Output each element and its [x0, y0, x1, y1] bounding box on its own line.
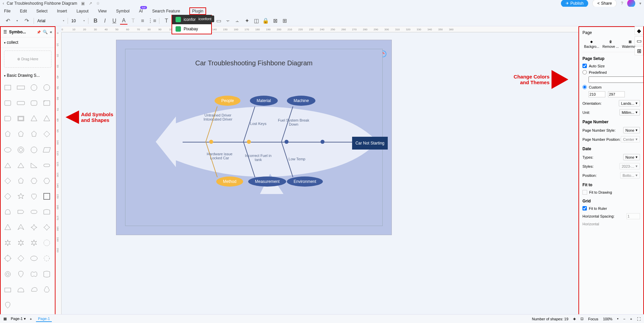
shape-22[interactable]	[28, 160, 40, 171]
cause-environment[interactable]: Low Temp	[280, 157, 314, 161]
search-icon[interactable]: 🔍	[43, 30, 48, 34]
predefined-radio[interactable]	[582, 70, 587, 74]
collapse-icon[interactable]: «	[50, 30, 52, 34]
shape-20[interactable]	[2, 160, 13, 171]
shape-11[interactable]	[41, 113, 52, 124]
shape-52[interactable]	[2, 284, 13, 295]
auto-size-checkbox[interactable]	[582, 64, 587, 68]
size-select[interactable]	[71, 19, 81, 23]
shape-28[interactable]	[2, 191, 13, 202]
shape-8[interactable]	[2, 113, 13, 124]
cause-measurement[interactable]: Incorrect Fuel in tank	[241, 154, 275, 162]
shape-37[interactable]	[15, 222, 27, 233]
shape-32[interactable]	[2, 206, 13, 218]
shape-44[interactable]	[2, 253, 13, 264]
shape-48[interactable]	[2, 268, 13, 280]
side-tab-2[interactable]: ▭	[635, 36, 643, 45]
side-tab-3[interactable]: ⊞	[635, 46, 643, 55]
menu-symbol[interactable]: Symbol	[116, 9, 129, 13]
shape-16[interactable]	[2, 144, 13, 156]
text-tool-icon[interactable]: T	[163, 17, 170, 25]
auto-size-row[interactable]: Auto Size	[582, 64, 640, 68]
menu-insert[interactable]: Insert	[57, 9, 67, 13]
clear-format-icon[interactable]: T	[129, 17, 137, 25]
shape-13[interactable]	[15, 128, 27, 140]
category-people[interactable]: People	[215, 96, 240, 106]
undo-dropdown-icon[interactable]: ▾	[13, 17, 21, 25]
shape-12[interactable]	[2, 128, 13, 140]
shape-31[interactable]	[41, 191, 52, 202]
shape-17[interactable]	[15, 144, 27, 156]
shape-23[interactable]	[41, 160, 52, 171]
shape-19[interactable]	[41, 144, 52, 156]
shape-7[interactable]	[41, 97, 52, 109]
shape-56[interactable]	[2, 299, 13, 311]
shape-41[interactable]	[15, 237, 27, 249]
align-center-icon[interactable]: ⫠	[234, 17, 241, 25]
canvas-area[interactable]: 0102030405060708090100110120130140150160…	[55, 26, 578, 316]
cause-material[interactable]: Lost Keys	[241, 122, 275, 126]
align-icon[interactable]: ≡	[139, 17, 146, 25]
shape-18[interactable]	[28, 144, 40, 156]
shape-15[interactable]	[41, 128, 52, 140]
plugin-item-pixabay[interactable]: Pixabay	[172, 24, 211, 34]
canvas-page[interactable]: Car Troubleshooting Fishbone Diagram	[116, 40, 392, 235]
menu-file[interactable]: File	[4, 9, 10, 13]
avatar[interactable]	[627, 0, 635, 7]
shape-49[interactable]	[15, 268, 27, 280]
shape-1[interactable]	[15, 82, 27, 93]
share-button[interactable]: < Share	[592, 0, 617, 7]
shape-5[interactable]	[15, 97, 27, 109]
shape-50[interactable]	[28, 268, 40, 280]
cause-people[interactable]: Untrained Driver Intoxicated Driver	[201, 113, 235, 121]
shape-0[interactable]	[2, 82, 13, 93]
zoom-dropdown-icon[interactable]: ▾	[617, 317, 618, 320]
shape-10[interactable]	[28, 113, 40, 124]
text-box-icon[interactable]: ⊠	[271, 17, 279, 25]
types-select[interactable]: None▾	[623, 154, 640, 160]
shape-55[interactable]	[41, 284, 52, 295]
star-icon[interactable]: ☆	[96, 1, 100, 6]
category-material[interactable]: Material	[250, 96, 278, 106]
back-icon[interactable]: ‹	[3, 1, 4, 6]
category-method[interactable]: Method	[216, 176, 243, 187]
pin-icon[interactable]: 📌	[37, 30, 41, 34]
page-tab[interactable]: Page-1	[36, 316, 52, 322]
font-dropdown-icon[interactable]: ▾	[63, 19, 64, 22]
table-icon[interactable]: ⊞	[281, 17, 288, 25]
shape-40[interactable]	[2, 237, 13, 249]
layers-icon[interactable]: ◈	[573, 317, 576, 321]
bold-icon[interactable]: B	[92, 17, 99, 25]
page-selector[interactable]: Page-1 ▾	[11, 317, 26, 321]
shape-36[interactable]	[2, 222, 13, 233]
external-icon[interactable]: ↗	[89, 1, 92, 6]
unit-select[interactable]: Millim...▾	[619, 109, 640, 116]
shape-6[interactable]	[28, 97, 40, 109]
shape-30[interactable]	[28, 191, 40, 202]
menu-view[interactable]: View	[98, 9, 107, 13]
fit-ruler-row[interactable]: Fit to Ruler	[582, 206, 640, 211]
focus-icon[interactable]: ⊡	[580, 317, 583, 321]
side-tab-1[interactable]: ◆	[635, 26, 643, 35]
layout-icon[interactable]: ▦	[3, 317, 7, 321]
shape-2[interactable]	[28, 82, 40, 93]
basic-shapes-section[interactable]: ▾ Basic Drawing S...	[1, 70, 55, 80]
custom-row[interactable]: Custom	[582, 85, 640, 89]
category-measurement[interactable]: Measurement	[248, 176, 286, 187]
cause-machine[interactable]: Fuel System Break Down	[277, 118, 310, 126]
collect-section[interactable]: ▾ collect	[1, 37, 55, 48]
height-input[interactable]	[608, 91, 625, 97]
tab-background[interactable]: ◆Backgro...	[584, 40, 599, 49]
zoom-value[interactable]: 100%	[603, 317, 612, 321]
page2-icon[interactable]: ▭	[215, 17, 222, 25]
shape-39[interactable]	[41, 222, 52, 233]
custom-radio[interactable]	[582, 85, 587, 89]
shape-9[interactable]	[15, 113, 27, 124]
orientation-select[interactable]: Lands...▾	[619, 100, 640, 106]
shape-42[interactable]	[28, 237, 40, 249]
font-select[interactable]	[37, 19, 61, 23]
shape-46[interactable]	[28, 253, 40, 264]
shape-25[interactable]	[15, 175, 27, 187]
shape-26[interactable]	[28, 175, 40, 187]
shape-29[interactable]	[15, 191, 27, 202]
